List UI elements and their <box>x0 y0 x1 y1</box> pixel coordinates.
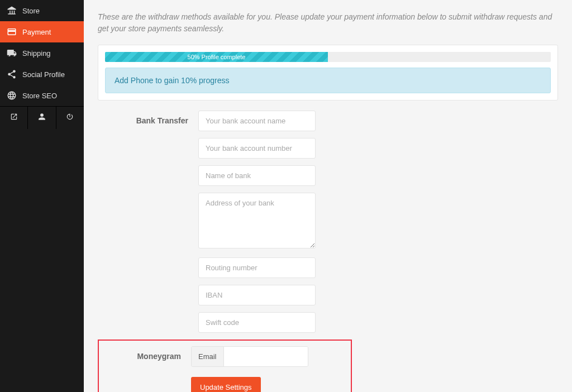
sidebar-item-label: Payment <box>22 28 51 36</box>
bank-account-name-input[interactable] <box>198 111 316 131</box>
progress-tip-alert: Add Phone to gain 10% progress <box>105 68 551 93</box>
bank-transfer-label: Bank Transfer <box>98 111 198 340</box>
sidebar-item-label: Shipping <box>22 49 51 58</box>
power-icon <box>66 113 74 123</box>
page-description: These are the withdraw methods available… <box>98 11 558 35</box>
routing-number-input[interactable] <box>198 257 316 278</box>
sidebar-item-store[interactable]: Store <box>0 0 84 21</box>
bank-account-number-input[interactable] <box>198 138 316 159</box>
swift-code-input[interactable] <box>198 312 316 333</box>
sidebar-item-social[interactable]: Social Profile <box>0 64 84 85</box>
bank-address-textarea[interactable] <box>198 193 316 248</box>
sidebar-item-shipping[interactable]: Shipping <box>0 42 84 64</box>
user-button[interactable] <box>28 107 56 129</box>
update-settings-button[interactable]: Update Settings <box>191 377 261 392</box>
moneygram-email-input[interactable] <box>224 347 308 366</box>
user-icon <box>38 113 46 123</box>
progress-bar: 50% Profile complete <box>105 52 551 62</box>
profile-progress-card: 50% Profile complete Add Phone to gain 1… <box>98 45 558 101</box>
sidebar: Store Payment Shipping Social Profile St… <box>0 0 84 392</box>
iban-input[interactable] <box>198 285 316 305</box>
email-addon: Email <box>192 347 224 366</box>
bank-name-input[interactable] <box>198 165 316 186</box>
sidebar-item-label: Store SEO <box>22 92 57 100</box>
globe-icon <box>7 90 17 101</box>
moneygram-label: Moneygram <box>99 346 191 367</box>
external-link-icon <box>10 113 18 123</box>
sidebar-actions <box>0 106 84 129</box>
card-icon <box>7 27 17 37</box>
sidebar-item-seo[interactable]: Store SEO <box>0 85 84 106</box>
sidebar-item-label: Social Profile <box>22 70 65 79</box>
sidebar-item-label: Store <box>22 7 40 15</box>
truck-icon <box>7 48 17 58</box>
progress-fill: 50% Profile complete <box>105 52 328 62</box>
sidebar-item-payment[interactable]: Payment <box>0 21 84 42</box>
power-button[interactable] <box>56 107 84 129</box>
bank-transfer-section: Bank Transfer <box>98 111 558 340</box>
share-icon <box>7 69 17 79</box>
main-content: These are the withdraw methods available… <box>84 0 572 392</box>
external-link-button[interactable] <box>0 107 28 129</box>
moneygram-section: Moneygram Email <box>99 346 342 367</box>
moneygram-highlight: Moneygram Email Update Settings <box>98 340 352 392</box>
moneygram-email-group: Email <box>191 346 308 367</box>
bank-icon <box>7 6 17 16</box>
